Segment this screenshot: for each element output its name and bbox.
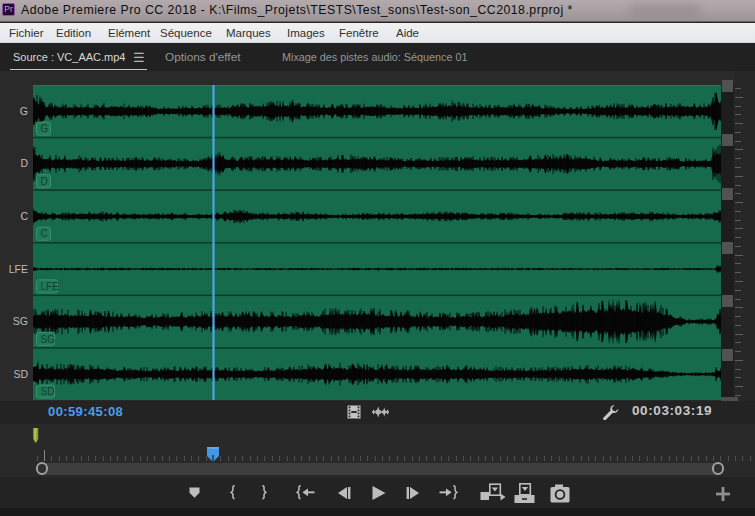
svg-text:D: D	[41, 175, 48, 186]
svg-text:G: G	[41, 123, 49, 134]
svg-text:SG: SG	[41, 333, 56, 344]
svg-text:SD: SD	[41, 386, 55, 397]
svg-text:C: C	[41, 228, 48, 239]
svg-text:LFE: LFE	[41, 281, 60, 292]
